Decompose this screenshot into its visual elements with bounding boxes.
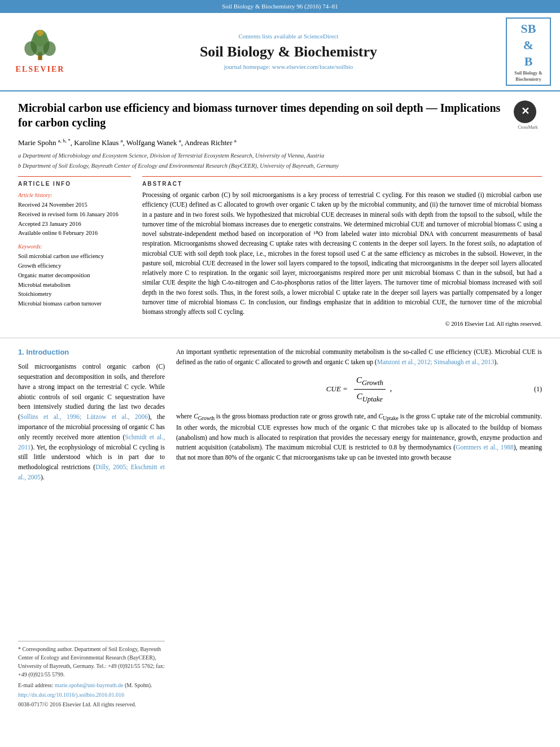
main-content: 1. Introduction Soil microorganisms cont… — [0, 338, 560, 718]
keyword-6: Microbial biomass carbon turnover — [18, 299, 131, 309]
crossmark-area[interactable]: ✕ CrossMark — [514, 101, 542, 130]
email-suffix: (M. Spohn). — [125, 682, 152, 688]
crossmark-icon[interactable]: ✕ — [514, 101, 536, 123]
article-title: Microbial carbon use efficiency and biom… — [18, 101, 514, 130]
intro-right-para-1: An important synthetic representation of… — [176, 347, 542, 368]
affiliation-a: a Department of Microbiology and Ecosyst… — [18, 152, 542, 160]
journal-homepage-link[interactable]: journal homepage: www.elsevier.com/locat… — [77, 63, 500, 71]
author-richter: Andreas Richter a — [185, 138, 237, 147]
keyword-4: Microbial metabolism — [18, 281, 131, 290]
email-address[interactable]: marie.spohn@uni-bayreuth.de — [55, 682, 123, 688]
elsevier-logo-area: ELSEVIER — [9, 29, 71, 75]
intro-section-title: 1. Introduction — [18, 347, 165, 357]
keyword-3: Organic matter decomposition — [18, 271, 131, 281]
abstract-text: Processing of organic carbon (C) by soil… — [142, 190, 542, 317]
author-wanek: Wolfgang Wanek a — [126, 138, 181, 147]
sciencedirect-label[interactable]: Contents lists available at ScienceDirec… — [77, 32, 500, 41]
journal-title: Soil Biology & Biochemistry — [77, 43, 500, 60]
journal-citation: Soil Biology & Biochemistry 96 (2016) 74… — [222, 3, 338, 10]
journal-title-center: Contents lists available at ScienceDirec… — [77, 32, 500, 72]
footnote-text: * Corresponding author. Department of So… — [18, 645, 165, 679]
journal-header: ELSEVIER Contents lists available at Sci… — [0, 13, 560, 91]
article-title-area: Microbial carbon use efficiency and biom… — [18, 101, 542, 130]
email-label: E-mail address: — [18, 682, 53, 688]
issn-text: 0038-0717/© 2016 Elsevier Ltd. All right… — [18, 700, 165, 709]
intro-right-para-2: where CGrowth is the gross biomass produ… — [176, 412, 542, 463]
formula-number: (1) — [534, 385, 542, 394]
keywords-label: Keywords: — [18, 243, 131, 251]
copyright: © 2016 Elsevier Ltd. All rights reserved… — [142, 320, 542, 329]
top-bar: Soil Biology & Biochemistry 96 (2016) 74… — [0, 0, 560, 13]
footnote: * Corresponding author. Department of So… — [18, 641, 165, 709]
article-info-abstract: ARTICLE INFO Article history: Received 2… — [18, 176, 542, 329]
article-info-heading: ARTICLE INFO — [18, 180, 131, 188]
author-klaus: Karoline Klaus a — [74, 138, 123, 147]
footnote-email: E-mail address: marie.spohn@uni-bayreuth… — [18, 681, 165, 689]
authors-line: Marie Spohn a, b, *, Karoline Klaus a, W… — [18, 137, 542, 148]
history-label: Article history: — [18, 191, 131, 199]
author-spohn: Marie Spohn a, b, * — [18, 138, 71, 147]
doi-link[interactable]: http://dx.doi.org/10.1016/j.soilbio.2016… — [18, 691, 165, 699]
intro-left-para-1: Soil microorganisms control organic carb… — [18, 362, 165, 483]
formula-cue: CUE = CGrowth CUptake , (1) — [176, 374, 542, 405]
keywords-list: Soil microbial carbon use efficiency Gro… — [18, 252, 131, 309]
formula-expression: CUE = CGrowth CUptake , — [326, 374, 392, 405]
journal-abbrev-logo: SB&B Soil Biology &Biochemistry — [506, 18, 551, 86]
abstract-column: ABSTRACT Processing of organic carbon (C… — [142, 176, 542, 329]
journal-logo-right: SB&B Soil Biology &Biochemistry — [506, 18, 551, 86]
article-section: Microbial carbon use efficiency and biom… — [0, 91, 560, 338]
keyword-5: Stoichiometry — [18, 290, 131, 299]
received-date: Received 24 November 2015 Received in re… — [18, 200, 131, 238]
keyword-2: Growth efficiency — [18, 261, 131, 271]
right-column: An important synthetic representation of… — [176, 347, 542, 709]
abstract-heading: ABSTRACT — [142, 180, 542, 188]
keyword-1: Soil microbial carbon use efficiency — [18, 252, 131, 261]
elsevier-logo: ELSEVIER — [9, 29, 71, 75]
left-column: 1. Introduction Soil microorganisms cont… — [18, 347, 165, 709]
article-info-column: ARTICLE INFO Article history: Received 2… — [18, 176, 131, 329]
elsevier-tree-icon — [18, 29, 63, 63]
svg-point-5 — [37, 30, 43, 36]
affiliation-b: b Department of Soil Ecology, Bayreuth C… — [18, 162, 542, 171]
elsevier-name: ELSEVIER — [16, 64, 65, 75]
